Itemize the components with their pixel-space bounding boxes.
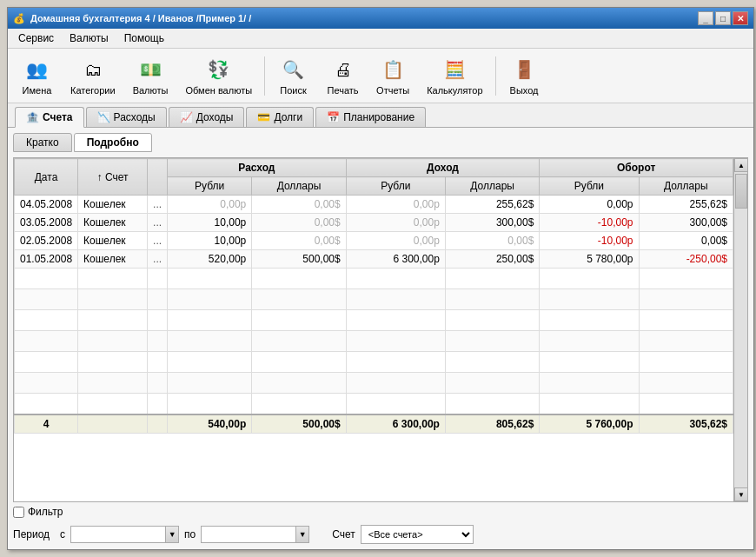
cell-expense-rubles: 0,00р xyxy=(168,196,252,214)
header-actions xyxy=(148,159,168,196)
menu-currencies[interactable]: Валюты xyxy=(63,30,116,46)
table-row[interactable]: 01.05.2008 Кошелек ... 520,00р 500,00$ 6… xyxy=(15,250,733,269)
tab-planning[interactable]: 📅 Планирование xyxy=(315,107,426,127)
close-button[interactable]: ✕ xyxy=(733,11,748,25)
total-dots xyxy=(148,414,168,434)
calculator-icon: 🧮 xyxy=(441,56,468,83)
main-window: 💰 Домашняя бухгалтерия 4 / Иванов /Приме… xyxy=(7,7,754,550)
minimize-button[interactable]: _ xyxy=(698,11,713,25)
header-expense-rubles: Рубли xyxy=(168,177,252,196)
tab-debts-icon: 💳 xyxy=(257,111,270,123)
to-date-dropdown[interactable]: ▼ xyxy=(295,526,309,543)
toolbar-names-button[interactable]: 👥 Имена xyxy=(13,52,61,99)
toolbar-calculator-button[interactable]: 🧮 Калькулятор xyxy=(419,52,490,99)
header-turnover-group: Оборот xyxy=(540,159,733,177)
names-icon: 👥 xyxy=(23,56,51,83)
exit-icon: 🚪 xyxy=(510,56,538,83)
toolbar-separator-1 xyxy=(264,56,265,96)
cell-income-rubles: 0,00р xyxy=(346,214,445,232)
header-income-dollars: Доллары xyxy=(445,177,539,196)
toolbar-search-label: Поиск xyxy=(280,85,306,96)
cell-turnover-rubles: -10,00р xyxy=(540,214,639,232)
from-input-group: ▼ xyxy=(70,526,179,543)
toolbar-exit-button[interactable]: 🚪 Выход xyxy=(501,52,548,99)
maximize-button[interactable]: □ xyxy=(715,11,731,25)
cell-expense-rubles: 10,00р xyxy=(168,232,252,250)
toolbar-names-label: Имена xyxy=(23,85,52,96)
tab-debts[interactable]: 💳 Долги xyxy=(246,107,314,127)
scroll-down-button[interactable]: ▼ xyxy=(734,487,748,501)
account-label: Счет xyxy=(332,528,355,540)
currencies-icon: 💵 xyxy=(136,56,164,83)
filter-checkbox[interactable] xyxy=(13,507,24,518)
cell-turnover-rubles: -10,00р xyxy=(540,232,639,250)
cell-actions[interactable]: ... xyxy=(148,232,168,250)
period-label: Период xyxy=(13,528,50,540)
sub-tab-detailed[interactable]: Подробно xyxy=(74,133,152,152)
search-icon: 🔍 xyxy=(280,56,308,83)
from-date-dropdown[interactable]: ▼ xyxy=(165,526,179,543)
header-date: Дата xyxy=(15,159,78,196)
cell-actions[interactable]: ... xyxy=(148,196,168,214)
header-account[interactable]: ↑ Счет xyxy=(78,159,148,196)
cell-income-dollars: 255,62$ xyxy=(445,196,539,214)
print-icon: 🖨 xyxy=(329,56,357,83)
toolbar-print-label: Печать xyxy=(328,85,359,96)
scrollbar[interactable]: ▲ ▼ xyxy=(733,158,747,501)
cell-turnover-dollars: 0,00$ xyxy=(639,232,733,250)
filter-checkbox-label[interactable]: Фильтр xyxy=(13,506,63,518)
to-date-input[interactable] xyxy=(201,526,296,543)
table-row-empty xyxy=(15,331,733,352)
cell-income-rubles: 0,00р xyxy=(346,232,445,250)
cell-income-dollars: 250,00$ xyxy=(445,250,539,269)
categories-icon: 🗂 xyxy=(79,56,107,83)
tab-income-icon: 📈 xyxy=(180,111,193,123)
header-expense-group: Расход xyxy=(168,159,347,177)
scroll-track[interactable] xyxy=(734,172,747,487)
tab-expenses[interactable]: 📉 Расходы xyxy=(86,107,167,127)
menu-bar: Сервис Валюты Помощь xyxy=(8,29,753,49)
cell-income-rubles: 6 300,00р xyxy=(346,250,445,269)
reports-icon: 📋 xyxy=(379,56,407,83)
table-row-empty xyxy=(15,269,733,289)
cell-expense-dollars: 500,00$ xyxy=(252,250,346,269)
toolbar-print-button[interactable]: 🖨 Печать xyxy=(319,52,367,99)
content-area: Кратко Подробно Дата ↑ Счет Расход Доход… xyxy=(8,128,753,549)
header-expense-dollars: Доллары xyxy=(252,177,346,196)
tab-income-label: Доходы xyxy=(196,111,234,123)
header-turnover-rubles: Рубли xyxy=(540,177,639,196)
table-row-empty xyxy=(15,373,733,394)
table-row-empty xyxy=(15,352,733,373)
table-row[interactable]: 04.05.2008 Кошелек ... 0,00р 0,00$ 0,00р… xyxy=(15,196,733,214)
table-body: 04.05.2008 Кошелек ... 0,00р 0,00$ 0,00р… xyxy=(15,196,733,434)
menu-service[interactable]: Сервис xyxy=(11,30,61,46)
scroll-thumb[interactable] xyxy=(735,174,747,209)
cell-actions[interactable]: ... xyxy=(148,250,168,269)
total-income-dollars: 805,62$ xyxy=(445,414,539,434)
cell-actions[interactable]: ... xyxy=(148,214,168,232)
toolbar-categories-button[interactable]: 🗂 Категории xyxy=(63,52,123,99)
table-row[interactable]: 03.05.2008 Кошелек ... 10,00р 0,00$ 0,00… xyxy=(15,214,733,232)
scroll-up-button[interactable]: ▲ xyxy=(734,158,748,172)
filter-bar: Фильтр Период с ▼ по ▼ Счет <Все счета> xyxy=(13,506,748,544)
toolbar-search-button[interactable]: 🔍 Поиск xyxy=(269,52,317,99)
cell-account: Кошелек xyxy=(78,196,148,214)
toolbar-exchange-button[interactable]: 💱 Обмен валюты xyxy=(177,52,260,99)
toolbar-reports-button[interactable]: 📋 Отчеты xyxy=(368,52,417,99)
header-turnover-dollars: Доллары xyxy=(639,177,733,196)
menu-help[interactable]: Помощь xyxy=(117,30,171,46)
sort-arrow-icon: ↑ xyxy=(97,171,103,183)
sub-tab-brief[interactable]: Кратко xyxy=(13,133,72,152)
toolbar-exchange-label: Обмен валюты xyxy=(185,85,252,96)
cell-turnover-dollars: 300,00$ xyxy=(639,214,733,232)
cell-date: 04.05.2008 xyxy=(15,196,78,214)
tab-income[interactable]: 📈 Доходы xyxy=(169,107,245,127)
title-controls: _ □ ✕ xyxy=(698,11,748,25)
table-row[interactable]: 02.05.2008 Кошелек ... 10,00р 0,00$ 0,00… xyxy=(15,232,733,250)
account-select[interactable]: <Все счета> xyxy=(361,525,474,544)
from-date-input[interactable] xyxy=(70,526,166,543)
tab-accounts[interactable]: 🏦 Счета xyxy=(15,107,84,128)
tab-accounts-label: Счета xyxy=(43,111,73,123)
cell-turnover-dollars: 255,62$ xyxy=(639,196,733,214)
toolbar-currencies-button[interactable]: 💵 Валюты xyxy=(125,52,176,99)
